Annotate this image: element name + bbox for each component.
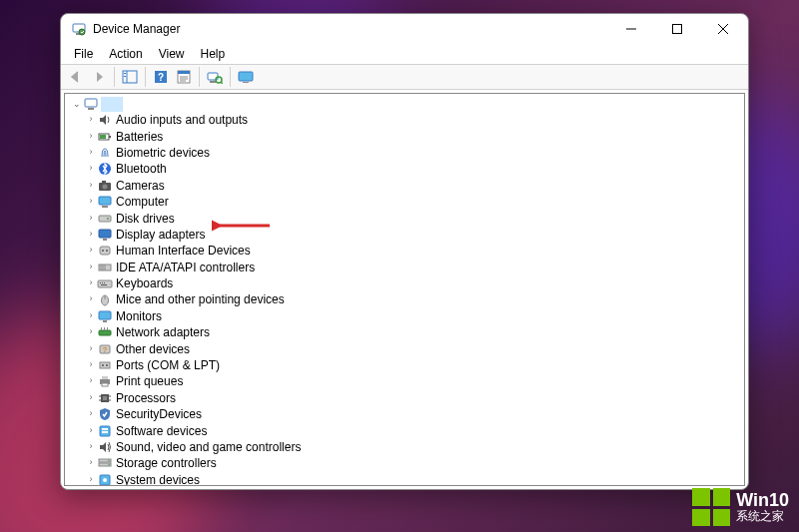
svg-rect-27 <box>109 136 111 138</box>
chevron-right-icon[interactable]: › <box>85 473 97 485</box>
chevron-right-icon[interactable]: › <box>85 309 97 321</box>
monitor-icon <box>97 308 113 324</box>
chevron-right-icon[interactable]: › <box>85 391 97 403</box>
chevron-right-icon[interactable]: › <box>85 342 97 354</box>
tree-item[interactable]: ›IDE ATA/ATAPI controllers <box>85 260 744 275</box>
menu-file[interactable]: File <box>67 46 100 62</box>
tree-item[interactable]: ›Computer <box>85 194 744 210</box>
help-button[interactable]: ? <box>150 66 172 88</box>
svg-rect-61 <box>100 362 110 368</box>
window-title: Device Manager <box>93 22 180 36</box>
chevron-right-icon[interactable]: › <box>85 261 97 272</box>
chevron-right-icon[interactable]: › <box>85 276 97 288</box>
chevron-right-icon[interactable]: › <box>85 325 97 337</box>
svg-rect-58 <box>107 327 108 330</box>
fingerprint-icon <box>97 145 113 161</box>
tree-item[interactable]: ›Ports (COM & LPT) <box>85 357 744 373</box>
tree-item[interactable]: ›Cameras <box>85 178 744 194</box>
svg-point-31 <box>103 184 108 189</box>
scan-hardware-button[interactable] <box>204 66 226 88</box>
svg-rect-19 <box>210 81 216 83</box>
svg-rect-49 <box>104 282 105 283</box>
tree-item-label: IDE ATA/ATAPI controllers <box>116 261 255 274</box>
titlebar[interactable]: Device Manager <box>61 14 748 44</box>
root-label <box>101 97 123 112</box>
chevron-right-icon[interactable]: › <box>85 228 97 240</box>
svg-rect-24 <box>85 99 97 107</box>
tree-item[interactable]: ›SecurityDevices <box>85 406 744 422</box>
tree-item-label: Audio inputs and outputs <box>116 113 248 127</box>
svg-rect-68 <box>103 396 107 400</box>
svg-point-81 <box>103 478 107 482</box>
chevron-right-icon[interactable]: › <box>85 424 97 436</box>
chevron-down-icon[interactable]: ⌄ <box>71 98 83 110</box>
device-tree[interactable]: ⌄ ›Audio inputs and outputs›Batteries›Bi… <box>64 93 745 486</box>
tree-item[interactable]: ›Processors <box>85 390 744 406</box>
svg-rect-4 <box>673 25 682 34</box>
svg-rect-25 <box>88 108 94 110</box>
chevron-right-icon[interactable]: › <box>85 244 97 256</box>
menu-action[interactable]: Action <box>102 46 149 62</box>
svg-rect-75 <box>102 431 108 433</box>
tree-item-label: Disk drives <box>116 212 175 226</box>
tree-item[interactable]: ›Sound, video and game controllers <box>85 439 744 455</box>
tree-item[interactable]: ›Human Interface Devices <box>85 243 744 259</box>
chevron-right-icon[interactable]: › <box>85 440 97 452</box>
tree-item[interactable]: ›Storage controllers <box>85 455 744 471</box>
tree-item[interactable]: ›Batteries <box>85 128 744 144</box>
tree-item-label: System devices <box>116 473 200 486</box>
tree-item-label: Sound, video and game controllers <box>116 440 301 454</box>
tree-item-label: Print queues <box>116 374 183 388</box>
tree-item[interactable]: ›Bluetooth <box>85 161 744 177</box>
chevron-right-icon[interactable]: › <box>85 162 97 174</box>
tree-root[interactable]: ⌄ <box>67 96 744 112</box>
battery-icon <box>97 129 113 145</box>
app-icon <box>71 21 87 37</box>
close-button[interactable] <box>700 14 746 44</box>
tree-item[interactable]: ›Network adapters <box>85 324 744 340</box>
system-icon <box>97 472 113 486</box>
monitor-button[interactable] <box>235 66 257 88</box>
minimize-button[interactable] <box>608 14 654 44</box>
tree-item[interactable]: ›?Other devices <box>85 340 744 356</box>
svg-rect-39 <box>100 247 110 255</box>
tree-item[interactable]: ›Disk drives <box>85 210 744 226</box>
chevron-right-icon[interactable]: › <box>85 292 97 304</box>
chevron-right-icon[interactable]: › <box>85 195 97 207</box>
tree-item-label: Display adapters <box>116 228 205 242</box>
maximize-button[interactable] <box>654 14 700 44</box>
toolbar: ? <box>61 64 748 90</box>
chevron-right-icon[interactable]: › <box>85 113 97 125</box>
chevron-right-icon[interactable]: › <box>85 179 97 191</box>
tree-item[interactable]: ›Display adapters <box>85 227 744 243</box>
chevron-right-icon[interactable]: › <box>85 146 97 158</box>
tree-item[interactable]: ›System devices <box>85 472 744 486</box>
show-hide-tree-button[interactable] <box>119 66 141 88</box>
tree-item[interactable]: ›Mice and other pointing devices <box>85 291 744 307</box>
tree-item-label: Human Interface Devices <box>116 244 251 258</box>
tree-item[interactable]: ›Monitors <box>85 308 744 324</box>
tree-item[interactable]: ›Keyboards <box>85 275 744 291</box>
chevron-right-icon[interactable]: › <box>85 456 97 468</box>
chevron-right-icon[interactable]: › <box>85 130 97 142</box>
chevron-right-icon[interactable]: › <box>85 407 97 419</box>
tree-item[interactable]: ›Software devices <box>85 422 744 438</box>
svg-point-40 <box>102 250 104 252</box>
menu-view[interactable]: View <box>152 46 192 62</box>
chevron-right-icon[interactable]: › <box>85 374 97 386</box>
tree-item[interactable]: ›Biometric devices <box>85 145 744 161</box>
chevron-right-icon[interactable]: › <box>85 358 97 370</box>
chevron-right-icon[interactable]: › <box>85 212 97 224</box>
menu-help[interactable]: Help <box>194 46 233 62</box>
tree-item-label: Network adapters <box>116 325 210 339</box>
svg-rect-22 <box>239 72 253 81</box>
svg-point-2 <box>79 29 85 35</box>
svg-rect-53 <box>99 311 111 319</box>
properties-button[interactable] <box>173 66 195 88</box>
security-icon <box>97 406 113 422</box>
tree-item[interactable]: ›Audio inputs and outputs <box>85 112 744 128</box>
tree-item-label: Storage controllers <box>116 456 217 470</box>
port-icon <box>97 357 113 373</box>
mouse-icon <box>97 291 113 307</box>
tree-item[interactable]: ›Print queues <box>85 373 744 389</box>
